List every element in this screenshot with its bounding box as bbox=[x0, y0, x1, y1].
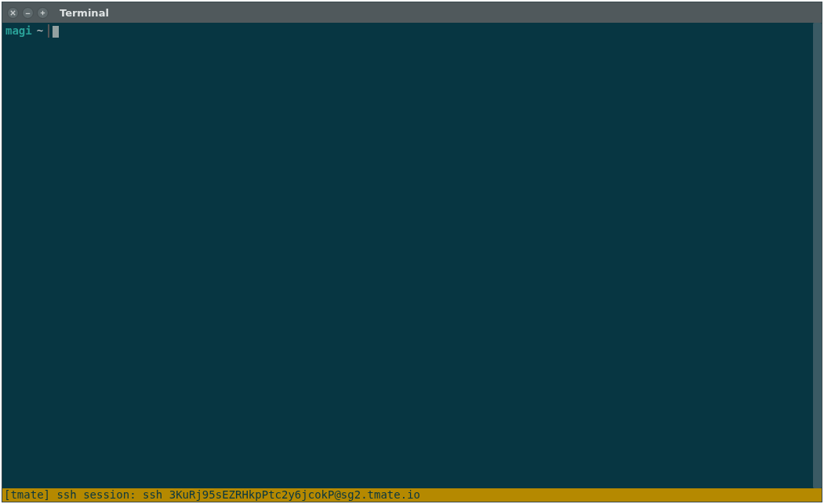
close-button[interactable] bbox=[7, 7, 19, 19]
window-titlebar: Terminal bbox=[2, 2, 822, 23]
terminal-scrollbar[interactable] bbox=[813, 23, 822, 488]
terminal-cursor bbox=[53, 26, 59, 38]
prompt-segment: magi ~ bbox=[4, 24, 49, 38]
close-icon bbox=[9, 9, 16, 16]
window-title: Terminal bbox=[60, 7, 109, 19]
scrollbar-thumb[interactable] bbox=[813, 23, 822, 488]
prompt-row: magi ~ bbox=[4, 24, 59, 38]
terminal-body[interactable]: magi ~ [tmate] ssh session: ssh 3KuRj95s… bbox=[2, 23, 822, 502]
prompt-path: ~ bbox=[34, 24, 48, 38]
minimize-button[interactable] bbox=[22, 7, 34, 19]
tmate-status-bar: [tmate] ssh session: ssh 3KuRj95sEZRHkpP… bbox=[2, 488, 822, 502]
terminal-content[interactable]: magi ~ bbox=[2, 23, 822, 488]
prompt-host: magi bbox=[4, 24, 34, 38]
terminal-window: Terminal magi ~ [tmate] ssh session: ssh… bbox=[2, 2, 822, 502]
minimize-icon bbox=[24, 9, 31, 16]
maximize-icon bbox=[39, 9, 46, 16]
maximize-button[interactable] bbox=[37, 7, 49, 19]
